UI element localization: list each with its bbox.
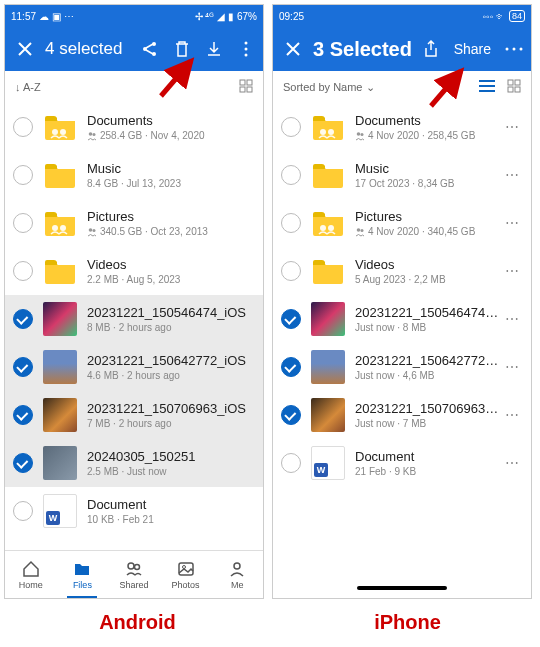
row-more-icon[interactable]: ⋯	[501, 215, 523, 231]
file-thumbnail	[43, 302, 77, 336]
more-icon[interactable]	[237, 40, 255, 58]
checkbox[interactable]	[281, 165, 301, 185]
svg-point-23	[506, 48, 509, 51]
file-row[interactable]: Videos2.2 MB · Aug 5, 2023	[5, 247, 263, 295]
file-meta: 4 Nov 2020 · 340,45 GB	[355, 226, 501, 237]
checkbox[interactable]	[13, 309, 33, 329]
file-thumbnail	[311, 206, 345, 240]
nav-photos[interactable]: Photos	[160, 551, 212, 598]
svg-point-19	[134, 564, 139, 569]
svg-point-13	[93, 133, 96, 136]
svg-rect-27	[515, 80, 520, 85]
checkbox[interactable]	[281, 309, 301, 329]
file-row[interactable]: Pictures 4 Nov 2020 · 340,45 GB⋯	[273, 199, 531, 247]
row-more-icon[interactable]: ⋯	[501, 311, 523, 327]
file-thumbnail	[43, 110, 77, 144]
file-name: Music	[87, 161, 255, 176]
more-icon[interactable]	[505, 40, 523, 58]
list-view-icon[interactable]	[479, 79, 495, 95]
file-row[interactable]: 20240305_1502512.5 MB · Just now	[5, 439, 263, 487]
label-iphone: iPhone	[374, 611, 441, 634]
svg-point-15	[60, 225, 66, 231]
file-row[interactable]: 20231221_150706963_iOS7 MB · 2 hours ago	[5, 391, 263, 439]
grid-view-icon[interactable]	[507, 79, 521, 95]
checkbox[interactable]	[13, 405, 33, 425]
file-row[interactable]: Document21 Feb · 9 KB⋯	[273, 439, 531, 487]
svg-rect-7	[247, 80, 252, 85]
iphone-phone: 09:25 ◦◦◦ ᯤ 84 3 Selected Share Sorted b…	[272, 4, 532, 599]
svg-point-3	[245, 42, 248, 45]
checkbox[interactable]	[281, 357, 301, 377]
share-icon[interactable]	[422, 40, 440, 58]
file-name: Documents	[87, 113, 255, 128]
file-row[interactable]: 20231221_150546474_iOS8 MB · 2 hours ago	[5, 295, 263, 343]
checkbox[interactable]	[281, 117, 301, 137]
checkbox[interactable]	[13, 165, 33, 185]
file-thumbnail	[311, 158, 345, 192]
close-button[interactable]	[13, 40, 37, 58]
nav-files[interactable]: Files	[57, 551, 109, 598]
checkbox[interactable]	[281, 405, 301, 425]
svg-point-22	[234, 563, 240, 569]
file-row[interactable]: 20231221_150642772_iOS4.6 MB · 2 hours a…	[5, 343, 263, 391]
file-thumbnail	[311, 302, 345, 336]
file-row[interactable]: Document10 KB · Feb 21	[5, 487, 263, 535]
sort-button[interactable]: Sorted by Name ⌄	[283, 81, 375, 94]
file-list[interactable]: Documents 4 Nov 2020 · 258,45 GB⋯Music17…	[273, 103, 531, 578]
share-label[interactable]: Share	[454, 41, 491, 57]
checkbox[interactable]	[13, 117, 33, 137]
android-phone: 11:57 ☁ ▣ ⋯ ✢ ⁴ᴳ ◢ ▮ 67% 4 selected ↓ A-…	[4, 4, 264, 599]
file-row[interactable]: Videos5 Aug 2023 · 2,2 MB⋯	[273, 247, 531, 295]
svg-point-37	[361, 229, 364, 232]
file-thumbnail	[43, 494, 77, 528]
row-more-icon[interactable]: ⋯	[501, 455, 523, 471]
file-row[interactable]: Documents 258.4 GB · Nov 4, 2020	[5, 103, 263, 151]
row-more-icon[interactable]: ⋯	[501, 407, 523, 423]
appbar-title: 4 selected	[37, 39, 141, 59]
checkbox[interactable]	[281, 213, 301, 233]
checkbox[interactable]	[13, 501, 33, 521]
file-row[interactable]: Music8.4 GB · Jul 13, 2023	[5, 151, 263, 199]
svg-point-18	[128, 563, 134, 569]
download-icon[interactable]	[205, 40, 223, 58]
checkbox[interactable]	[13, 357, 33, 377]
file-name: 20231221_150546474_iOS	[87, 305, 255, 320]
svg-point-5	[245, 54, 248, 57]
file-list[interactable]: Documents 258.4 GB · Nov 4, 2020Music8.4…	[5, 103, 263, 550]
svg-rect-26	[508, 80, 513, 85]
file-thumbnail	[311, 446, 345, 480]
file-meta: 4 Nov 2020 · 258,45 GB	[355, 130, 501, 141]
checkbox[interactable]	[281, 261, 301, 281]
share-icon[interactable]	[141, 40, 159, 58]
file-name: 20231221_150642772_iOS	[87, 353, 255, 368]
row-more-icon[interactable]: ⋯	[501, 119, 523, 135]
file-row[interactable]: Documents 4 Nov 2020 · 258,45 GB⋯	[273, 103, 531, 151]
checkbox[interactable]	[13, 213, 33, 233]
row-more-icon[interactable]: ⋯	[501, 263, 523, 279]
status-time: 09:25	[279, 11, 304, 22]
file-row[interactable]: 20231221_150642772_iOSJust now · 4,6 MB⋯	[273, 343, 531, 391]
home-indicator	[273, 578, 531, 598]
nav-me[interactable]: Me	[211, 551, 263, 598]
row-more-icon[interactable]: ⋯	[501, 167, 523, 183]
file-meta: 7 MB · 2 hours ago	[87, 418, 255, 429]
close-button[interactable]	[281, 40, 305, 58]
checkbox[interactable]	[281, 453, 301, 473]
file-row[interactable]: 20231221_150546474_iOSJust now · 8 MB⋯	[273, 295, 531, 343]
file-row[interactable]: Music17 Oct 2023 · 8,34 GB⋯	[273, 151, 531, 199]
nav-shared[interactable]: Shared	[108, 551, 160, 598]
row-more-icon[interactable]: ⋯	[501, 359, 523, 375]
checkbox[interactable]	[13, 261, 33, 281]
file-row[interactable]: Pictures 340.5 GB · Oct 23, 2013	[5, 199, 263, 247]
delete-icon[interactable]	[173, 40, 191, 58]
grid-view-icon[interactable]	[239, 79, 253, 95]
file-row[interactable]: 20231221_150706963_iOSJust now · 7 MB⋯	[273, 391, 531, 439]
checkbox[interactable]	[13, 453, 33, 473]
file-thumbnail	[311, 398, 345, 432]
svg-point-32	[357, 132, 361, 136]
file-name: Videos	[87, 257, 255, 272]
sort-button[interactable]: ↓ A-Z	[15, 81, 41, 93]
svg-point-14	[52, 225, 58, 231]
nav-home[interactable]: Home	[5, 551, 57, 598]
file-meta: 10 KB · Feb 21	[87, 514, 255, 525]
